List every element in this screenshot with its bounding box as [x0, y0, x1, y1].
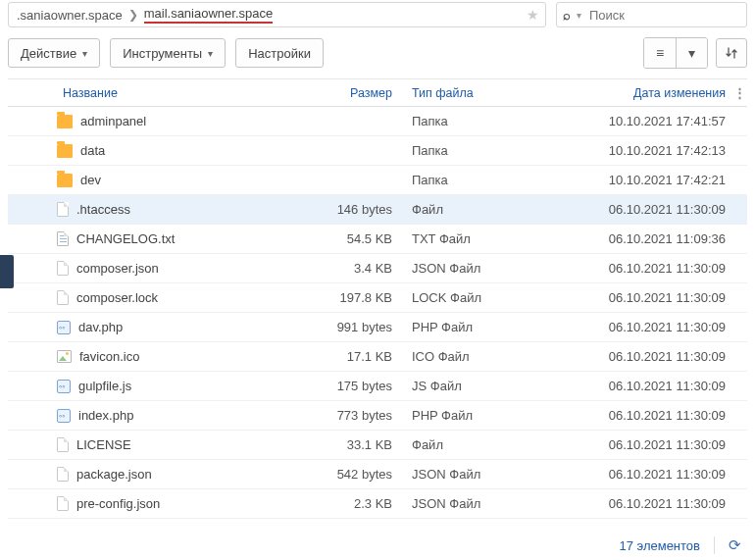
sort-button[interactable]	[716, 38, 747, 68]
file-type: Файл	[402, 202, 549, 217]
file-icon	[57, 290, 69, 305]
item-count: 17 элементов	[619, 538, 700, 553]
table-row[interactable]: LICENSE33.1 KBФайл06.10.2021 11:30:09	[8, 431, 747, 460]
file-icon	[57, 231, 69, 246]
table-row[interactable]: favicon.ico17.1 KBICO Файл06.10.2021 11:…	[8, 342, 747, 372]
file-date: 10.10.2021 17:42:13	[549, 143, 733, 158]
dropdown-caret-icon[interactable]: ▾	[577, 10, 581, 21]
file-type: PHP Файл	[402, 320, 549, 334]
file-type: Файл	[402, 437, 549, 452]
breadcrumb[interactable]: .saniaowner.space ❯ mail.saniaowner.spac…	[8, 2, 546, 27]
file-date: 10.10.2021 17:41:57	[549, 114, 733, 128]
file-icon	[57, 202, 69, 217]
file-icon	[57, 409, 71, 423]
file-icon	[57, 496, 69, 511]
file-name: adminpanel	[80, 114, 146, 128]
file-date: 06.10.2021 11:30:09	[549, 261, 733, 276]
list-view-icon[interactable]: ≡	[644, 38, 676, 68]
file-icon	[57, 467, 69, 482]
table-row[interactable]: devПапка10.10.2021 17:42:21	[8, 166, 747, 195]
file-icon	[57, 437, 69, 452]
file-size: 54.5 KB	[300, 231, 402, 246]
table-row[interactable]: adminpanelПапка10.10.2021 17:41:57	[8, 107, 747, 136]
header-date[interactable]: Дата изменения	[549, 86, 733, 100]
header-type[interactable]: Тип файла	[402, 86, 549, 100]
file-name: pre-config.json	[76, 496, 160, 511]
table-row[interactable]: CHANGELOG.txt54.5 KBTXT Файл06.10.2021 1…	[8, 225, 747, 254]
table-header-row: Название Размер Тип файла Дата изменения…	[8, 79, 747, 107]
table-row[interactable]: composer.lock197.8 KBLOCK Файл06.10.2021…	[8, 283, 747, 313]
file-date: 06.10.2021 11:30:09	[549, 349, 733, 364]
footer: 17 элементов ⟳	[619, 536, 741, 554]
file-date: 10.10.2021 17:42:21	[549, 173, 733, 187]
file-size: 146 bytes	[300, 202, 402, 217]
table-row[interactable]: .htaccess146 bytesФайл06.10.2021 11:30:0…	[8, 195, 747, 225]
header-name[interactable]: Название	[55, 86, 300, 100]
file-type: JSON Файл	[402, 261, 549, 276]
table-row[interactable]: composer.json3.4 KBJSON Файл06.10.2021 1…	[8, 254, 747, 283]
search-input[interactable]	[587, 7, 755, 24]
file-date: 06.10.2021 11:30:09	[549, 437, 733, 452]
search-box[interactable]: ⌕ ▾	[556, 2, 747, 27]
file-size: 17.1 KB	[300, 349, 402, 364]
view-caret-icon[interactable]: ▾	[676, 38, 707, 68]
left-panel-stub	[0, 255, 14, 288]
action-button-label: Действие	[21, 46, 76, 61]
folder-icon	[57, 144, 73, 158]
file-date: 06.10.2021 11:30:09	[549, 467, 733, 482]
star-icon[interactable]: ★	[527, 7, 539, 23]
header-menu-icon[interactable]: ⋮	[733, 85, 747, 100]
table-row[interactable]: gulpfile.js175 bytesJS Файл06.10.2021 11…	[8, 372, 747, 401]
table-row[interactable]: dataПапка10.10.2021 17:42:13	[8, 136, 747, 166]
settings-button[interactable]: Настройки	[235, 38, 324, 68]
search-icon: ⌕	[563, 8, 571, 23]
file-name: dav.php	[78, 320, 123, 334]
file-size: 991 bytes	[300, 320, 402, 334]
table-row[interactable]: pre-config.json2.3 KBJSON Файл06.10.2021…	[8, 489, 747, 519]
file-type: Папка	[402, 114, 549, 128]
file-size: 773 bytes	[300, 408, 402, 423]
sort-icon	[725, 46, 738, 60]
file-icon	[57, 321, 71, 334]
file-name: index.php	[78, 408, 133, 423]
file-type: JSON Файл	[402, 496, 549, 511]
chevron-right-icon: ❯	[123, 8, 144, 22]
file-type: Папка	[402, 173, 549, 187]
file-date: 06.10.2021 11:30:09	[549, 320, 733, 334]
file-icon	[57, 380, 71, 393]
file-size: 3.4 KB	[300, 261, 402, 276]
header-size[interactable]: Размер	[300, 86, 402, 100]
tools-button-label: Инструменты	[123, 46, 202, 61]
file-name: .htaccess	[76, 202, 130, 217]
view-mode-group: ≡ ▾	[643, 37, 708, 69]
file-date: 06.10.2021 11:09:36	[549, 231, 733, 246]
file-date: 06.10.2021 11:30:09	[549, 290, 733, 305]
action-button[interactable]: Действие ▾	[8, 38, 100, 68]
file-size: 2.3 KB	[300, 496, 402, 511]
file-name: composer.lock	[76, 290, 158, 305]
file-date: 06.10.2021 11:30:09	[549, 408, 733, 423]
file-icon	[57, 261, 69, 276]
file-type: ICO Файл	[402, 349, 549, 364]
footer-separator	[714, 536, 715, 554]
file-name: composer.json	[76, 261, 159, 276]
file-date: 06.10.2021 11:30:09	[549, 379, 733, 393]
table-row[interactable]: dav.php991 bytesPHP Файл06.10.2021 11:30…	[8, 313, 747, 342]
file-date: 06.10.2021 11:30:09	[549, 202, 733, 217]
breadcrumb-current[interactable]: mail.saniaowner.space	[144, 6, 274, 24]
file-size: 33.1 KB	[300, 437, 402, 452]
file-name: LICENSE	[76, 437, 131, 452]
table-row[interactable]: package.json542 bytesJSON Файл06.10.2021…	[8, 460, 747, 489]
tools-button[interactable]: Инструменты ▾	[110, 38, 226, 68]
file-name: dev	[80, 173, 101, 187]
breadcrumb-root[interactable]: .saniaowner.space	[17, 8, 123, 23]
file-type: JSON Файл	[402, 467, 549, 482]
table-row[interactable]: index.php773 bytesPHP Файл06.10.2021 11:…	[8, 401, 747, 431]
file-name: favicon.ico	[79, 349, 139, 364]
file-type: PHP Файл	[402, 408, 549, 423]
file-size: 175 bytes	[300, 379, 402, 393]
file-name: gulpfile.js	[78, 379, 131, 393]
file-size: 197.8 KB	[300, 290, 402, 305]
caret-down-icon: ▾	[82, 48, 87, 59]
refresh-icon[interactable]: ⟳	[729, 536, 741, 554]
